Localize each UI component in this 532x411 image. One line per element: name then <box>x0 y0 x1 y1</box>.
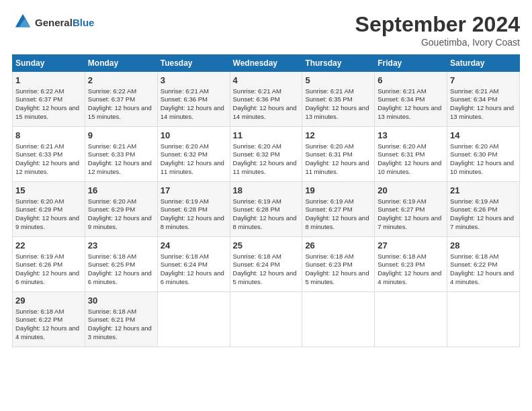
day-number: 4 <box>233 75 300 87</box>
calendar-cell <box>157 292 230 347</box>
sunset-text: Sunset: 6:29 PM <box>15 205 82 214</box>
sunrise-text: Sunrise: 6:19 AM <box>233 197 300 206</box>
sunset-text: Sunset: 6:24 PM <box>161 261 227 269</box>
title-block: September 2024 Gouetimba, Ivory Coast <box>355 12 520 48</box>
daylight-text: Daylight: 12 hours and 13 minutes. <box>378 104 444 122</box>
sunset-text: Sunset: 6:34 PM <box>378 95 444 104</box>
day-number: 27 <box>378 240 444 252</box>
daylight-text: Daylight: 12 hours and 10 minutes. <box>450 159 517 177</box>
sunrise-text: Sunrise: 6:18 AM <box>161 253 227 261</box>
col-header-sunday: Sunday <box>13 55 85 72</box>
col-header-tuesday: Tuesday <box>157 55 230 72</box>
sunset-text: Sunset: 6:36 PM <box>161 95 227 104</box>
sunrise-text: Sunrise: 6:19 AM <box>378 197 444 206</box>
calendar-cell <box>447 292 520 347</box>
sunset-text: Sunset: 6:34 PM <box>450 95 517 104</box>
calendar-cell: 27Sunrise: 6:18 AMSunset: 6:23 PMDayligh… <box>375 237 447 292</box>
sunset-text: Sunset: 6:29 PM <box>88 205 154 214</box>
daylight-text: Daylight: 12 hours and 8 minutes. <box>233 214 300 232</box>
calendar-cell: 4Sunrise: 6:21 AMSunset: 6:36 PMDaylight… <box>230 72 302 127</box>
sunrise-text: Sunrise: 6:18 AM <box>450 253 517 261</box>
day-number: 6 <box>378 75 444 87</box>
calendar-cell: 14Sunrise: 6:20 AMSunset: 6:30 PMDayligh… <box>447 127 520 182</box>
logo: GeneralBlue <box>12 12 94 34</box>
sunrise-text: Sunrise: 6:22 AM <box>15 87 82 96</box>
daylight-text: Daylight: 12 hours and 14 minutes. <box>161 104 227 122</box>
calendar-cell: 21Sunrise: 6:19 AMSunset: 6:26 PMDayligh… <box>447 182 520 237</box>
sunset-text: Sunset: 6:36 PM <box>233 95 300 104</box>
day-number: 22 <box>15 240 82 252</box>
day-number: 30 <box>88 295 154 307</box>
sunrise-text: Sunrise: 6:21 AM <box>305 87 371 96</box>
calendar-cell: 26Sunrise: 6:18 AMSunset: 6:23 PMDayligh… <box>302 237 375 292</box>
calendar-cell: 7Sunrise: 6:21 AMSunset: 6:34 PMDaylight… <box>447 72 520 127</box>
daylight-text: Daylight: 12 hours and 14 minutes. <box>233 104 300 122</box>
week-row-5: 29Sunrise: 6:18 AMSunset: 6:22 PMDayligh… <box>13 292 520 347</box>
sunrise-text: Sunrise: 6:18 AM <box>15 308 82 316</box>
daylight-text: Daylight: 12 hours and 4 minutes. <box>378 269 444 287</box>
sunset-text: Sunset: 6:27 PM <box>378 205 444 214</box>
sunrise-text: Sunrise: 6:20 AM <box>450 142 517 151</box>
day-number: 12 <box>305 130 371 142</box>
col-header-monday: Monday <box>85 55 157 72</box>
sunrise-text: Sunrise: 6:22 AM <box>88 87 154 96</box>
calendar-cell <box>375 292 447 347</box>
day-number: 21 <box>450 185 517 197</box>
daylight-text: Daylight: 12 hours and 9 minutes. <box>15 214 82 232</box>
logo-icon <box>13 12 32 31</box>
daylight-text: Daylight: 12 hours and 4 minutes. <box>15 324 82 342</box>
calendar-cell: 2Sunrise: 6:22 AMSunset: 6:37 PMDaylight… <box>85 72 157 127</box>
day-number: 9 <box>88 130 154 142</box>
calendar-cell: 1Sunrise: 6:22 AMSunset: 6:37 PMDaylight… <box>13 72 85 127</box>
week-row-2: 8Sunrise: 6:21 AMSunset: 6:33 PMDaylight… <box>13 127 520 182</box>
sunrise-text: Sunrise: 6:18 AM <box>378 253 444 261</box>
day-number: 13 <box>378 130 444 142</box>
col-header-wednesday: Wednesday <box>230 55 302 72</box>
day-number: 23 <box>88 240 154 252</box>
sunset-text: Sunset: 6:21 PM <box>88 316 154 324</box>
daylight-text: Daylight: 12 hours and 15 minutes. <box>88 104 154 122</box>
calendar-cell: 30Sunrise: 6:18 AMSunset: 6:21 PMDayligh… <box>85 292 157 347</box>
calendar-cell: 15Sunrise: 6:20 AMSunset: 6:29 PMDayligh… <box>13 182 85 237</box>
col-header-saturday: Saturday <box>447 55 520 72</box>
sunrise-text: Sunrise: 6:20 AM <box>378 142 444 151</box>
sunset-text: Sunset: 6:31 PM <box>305 150 371 159</box>
page: GeneralBlue September 2024 Gouetimba, Iv… <box>0 0 532 411</box>
calendar-cell: 18Sunrise: 6:19 AMSunset: 6:28 PMDayligh… <box>230 182 302 237</box>
day-number: 28 <box>450 240 517 252</box>
sunset-text: Sunset: 6:26 PM <box>15 261 82 269</box>
sunrise-text: Sunrise: 6:19 AM <box>450 197 517 206</box>
sunset-text: Sunset: 6:37 PM <box>15 95 82 104</box>
header-row: SundayMondayTuesdayWednesdayThursdayFrid… <box>13 55 520 72</box>
sunrise-text: Sunrise: 6:18 AM <box>88 308 154 316</box>
daylight-text: Daylight: 12 hours and 6 minutes. <box>88 269 154 287</box>
header: GeneralBlue September 2024 Gouetimba, Iv… <box>12 12 520 48</box>
day-number: 7 <box>450 75 517 87</box>
calendar-cell: 22Sunrise: 6:19 AMSunset: 6:26 PMDayligh… <box>13 237 85 292</box>
day-number: 11 <box>233 130 300 142</box>
daylight-text: Daylight: 12 hours and 11 minutes. <box>161 159 227 177</box>
week-row-4: 22Sunrise: 6:19 AMSunset: 6:26 PMDayligh… <box>13 237 520 292</box>
daylight-text: Daylight: 12 hours and 7 minutes. <box>378 214 444 232</box>
sunset-text: Sunset: 6:27 PM <box>305 205 371 214</box>
sunset-text: Sunset: 6:32 PM <box>233 150 300 159</box>
calendar-cell: 13Sunrise: 6:20 AMSunset: 6:31 PMDayligh… <box>375 127 447 182</box>
sunset-text: Sunset: 6:37 PM <box>88 95 154 104</box>
calendar-cell <box>230 292 302 347</box>
calendar-cell: 24Sunrise: 6:18 AMSunset: 6:24 PMDayligh… <box>157 237 230 292</box>
sunset-text: Sunset: 6:30 PM <box>450 150 517 159</box>
logo-blue: Blue <box>73 17 95 28</box>
sunset-text: Sunset: 6:25 PM <box>88 261 154 269</box>
daylight-text: Daylight: 12 hours and 11 minutes. <box>305 159 371 177</box>
sunrise-text: Sunrise: 6:21 AM <box>15 142 82 151</box>
day-number: 2 <box>88 75 154 87</box>
day-number: 26 <box>305 240 371 252</box>
week-row-3: 15Sunrise: 6:20 AMSunset: 6:29 PMDayligh… <box>13 182 520 237</box>
col-header-friday: Friday <box>375 55 447 72</box>
daylight-text: Daylight: 12 hours and 6 minutes. <box>161 269 227 287</box>
sunrise-text: Sunrise: 6:21 AM <box>378 87 444 96</box>
sunset-text: Sunset: 6:22 PM <box>15 316 82 324</box>
calendar-cell: 9Sunrise: 6:21 AMSunset: 6:33 PMDaylight… <box>85 127 157 182</box>
day-number: 19 <box>305 185 371 197</box>
sunset-text: Sunset: 6:32 PM <box>161 150 227 159</box>
